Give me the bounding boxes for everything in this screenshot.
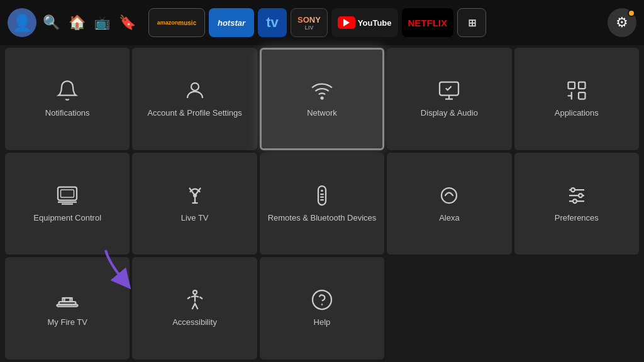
svg-rect-20 (65, 298, 70, 302)
svg-rect-9 (318, 186, 326, 205)
svg-point-22 (313, 290, 331, 309)
svg-rect-11 (320, 194, 324, 195)
fire-tv-icon (56, 288, 79, 311)
svg-point-14 (441, 188, 457, 203)
grid-item-empty2 (514, 257, 639, 359)
svg-point-0 (191, 83, 199, 90)
settings-grid: Notifications Account & Profile Settings… (0, 45, 644, 362)
live-tv-label: Live TV (181, 213, 209, 224)
alexa-icon (438, 184, 460, 207)
accessibility-label: Accessibility (172, 317, 217, 328)
grid-item-alexa[interactable]: Alexa (387, 153, 511, 255)
app-netflix[interactable]: NETFLIX (402, 8, 454, 37)
remotes-bluetooth-label: Remotes & Bluetooth Devices (268, 213, 377, 224)
svg-rect-19 (57, 305, 78, 307)
top-navigation: 👤 🔍 🏠 📺 🔖 amazon music hotstar tv SONY L… (0, 0, 644, 45)
svg-point-10 (321, 189, 323, 192)
grid-item-remotes-bluetooth[interactable]: Remotes & Bluetooth Devices (260, 153, 384, 255)
app-sony-liv[interactable]: SONY LIV (291, 8, 328, 37)
tv-icon[interactable]: 📺 (94, 15, 110, 30)
help-label: Help (314, 317, 331, 328)
grid-item-account-profile[interactable]: Account & Profile Settings (132, 48, 257, 150)
grid-item-empty1 (387, 257, 511, 359)
svg-rect-7 (61, 190, 74, 197)
settings-grid-wrapper: Notifications Account & Profile Settings… (0, 45, 644, 362)
display-audio-label: Display & Audio (421, 108, 478, 119)
notifications-label: Notifications (45, 108, 90, 119)
accessibility-icon (184, 288, 206, 311)
grid-item-equipment-control[interactable]: Equipment Control (5, 153, 130, 255)
grid-item-network[interactable]: Network (260, 48, 384, 150)
app-tv[interactable]: tv (258, 8, 287, 37)
applications-label: Applications (555, 108, 599, 119)
app-youtube[interactable]: YouTube (331, 8, 398, 37)
grid-item-accessibility[interactable]: Accessibility (132, 257, 257, 359)
preferences-label: Preferences (555, 213, 599, 224)
network-label: Network (307, 108, 337, 119)
apps-icon (565, 79, 588, 102)
svg-rect-3 (568, 82, 575, 89)
my-fire-tv-label: My Fire TV (48, 317, 87, 328)
tv-monitor-icon (56, 184, 79, 207)
settings-button[interactable]: ⚙ (608, 8, 636, 37)
app-grid-button[interactable]: ⊞ (457, 8, 486, 37)
person-icon (184, 79, 206, 102)
avatar[interactable]: 👤 (8, 8, 36, 37)
grid-item-my-fire-tv[interactable]: My Fire TV (5, 257, 130, 359)
grid-item-help[interactable]: Help (260, 257, 384, 359)
antenna-icon (184, 184, 206, 207)
svg-point-23 (321, 304, 323, 305)
search-icon[interactable]: 🔍 (43, 14, 60, 31)
svg-point-17 (573, 199, 577, 203)
svg-point-1 (321, 97, 323, 99)
gear-icon: ⚙ (616, 14, 628, 31)
app-amazon-music[interactable]: amazon music (148, 8, 205, 37)
svg-point-8 (193, 194, 197, 197)
sliders-icon (565, 184, 588, 207)
home-icon[interactable]: 🏠 (69, 14, 86, 31)
bookmark-icon[interactable]: 🔖 (119, 14, 136, 31)
bell-icon (56, 79, 79, 102)
svg-rect-5 (579, 92, 586, 99)
alexa-label: Alexa (439, 213, 460, 224)
nav-icons-group: 🔍 🏠 📺 🔖 (43, 14, 136, 31)
help-icon (311, 288, 333, 311)
notification-dot (628, 9, 635, 17)
grid-item-live-tv[interactable]: Live TV (132, 153, 257, 255)
grid-item-preferences[interactable]: Preferences (514, 153, 639, 255)
svg-point-16 (579, 194, 582, 197)
app-shortcuts: amazon music hotstar tv SONY LIV YouTube… (148, 8, 601, 37)
svg-point-15 (571, 188, 575, 192)
grid-item-notifications[interactable]: Notifications (5, 48, 130, 150)
svg-rect-12 (320, 196, 324, 197)
account-profile-label: Account & Profile Settings (147, 108, 242, 119)
grid-item-display-audio[interactable]: Display & Audio (387, 48, 511, 150)
wifi-icon (311, 79, 333, 102)
grid-item-applications[interactable]: Applications (514, 48, 639, 150)
svg-rect-4 (579, 82, 586, 89)
app-hotstar[interactable]: hotstar (209, 8, 254, 37)
svg-point-21 (193, 290, 197, 294)
svg-rect-13 (320, 199, 324, 200)
remote-icon (311, 184, 333, 207)
equipment-control-label: Equipment Control (33, 213, 101, 224)
display-icon (438, 79, 460, 102)
